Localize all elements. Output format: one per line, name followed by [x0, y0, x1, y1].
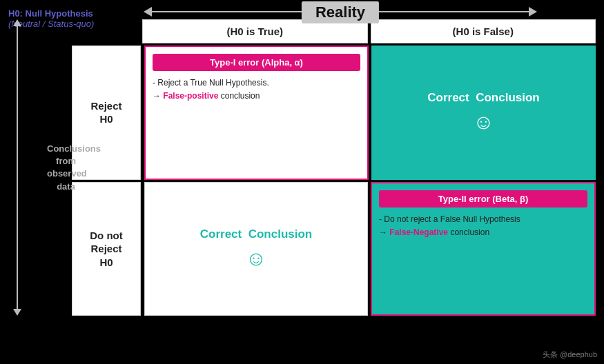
type1-error-cell: Type-I error (Alpha, α) - Reject a True …	[144, 46, 369, 180]
arrow-shaft: Reality	[152, 11, 529, 12]
type1-line1: - Reject a True Null Hypothesis.	[153, 77, 360, 90]
type1-error-title: Type-I error (Alpha, α)	[153, 54, 360, 71]
type2-line2: → False-Negative conclusion	[379, 226, 587, 239]
correct-label-2: Correct Conclusion	[200, 228, 312, 241]
watermark: 头条 @deephub	[543, 350, 597, 360]
reality-row: Reality	[144, 7, 597, 17]
grid-area: Conclusionsfromobserveddata (H0 is True)…	[7, 19, 597, 316]
correct-cell-bottom-left: Correct Conclusion ☺	[144, 182, 368, 316]
type2-line1: - Do not reject a False Null Hypothesis	[379, 213, 587, 226]
type2-error-detail: - Do not reject a False Null Hypothesis …	[379, 213, 587, 239]
false-positive-text: False-positive	[163, 91, 218, 101]
row-label-no-reject: Do notRejectH0	[72, 182, 141, 316]
header-h0-false: (H0 is False)	[371, 19, 596, 43]
reality-label: Reality	[302, 1, 379, 23]
data-row-reject: RejectH0 Type-I error (Alpha, α) - Rejec…	[72, 46, 597, 180]
data-row-no-reject: Do notRejectH0 Correct Conclusion ☺ Type…	[72, 182, 597, 316]
smiley-1: ☺	[473, 110, 494, 134]
type2-error-cell: Type-II error (Beta, β) - Do not reject …	[371, 182, 596, 316]
vert-arrow-down	[13, 309, 21, 316]
h0-title: H0: Null Hypothesis	[8, 8, 94, 19]
left-axis: Conclusionsfromobserveddata	[7, 19, 69, 316]
right-content: (H0 is True) (H0 is False) RejectH0 Type…	[72, 19, 597, 316]
main-container: H0: Null Hypothesis (Neutral / Status-qu…	[0, 0, 604, 364]
type1-line2: → False-positive conclusion	[153, 90, 360, 103]
type2-error-title: Type-II error (Beta, β)	[379, 190, 587, 208]
correct-label-1: Correct Conclusion	[427, 91, 539, 105]
vert-arrow-up	[13, 19, 21, 26]
reality-arrow: Reality	[144, 7, 537, 17]
arrow-right-head	[529, 7, 537, 17]
correct-cell-top-right: Correct Conclusion ☺	[371, 46, 596, 180]
false-negative-text: False-Negative	[389, 228, 448, 237]
smiley-2: ☺	[246, 247, 267, 270]
arrow-left-head	[144, 7, 152, 17]
left-axis-label: Conclusionsfromobserveddata	[47, 136, 85, 200]
vert-line	[17, 26, 18, 309]
type1-error-detail: - Reject a True Null Hypothesis. → False…	[153, 77, 360, 103]
